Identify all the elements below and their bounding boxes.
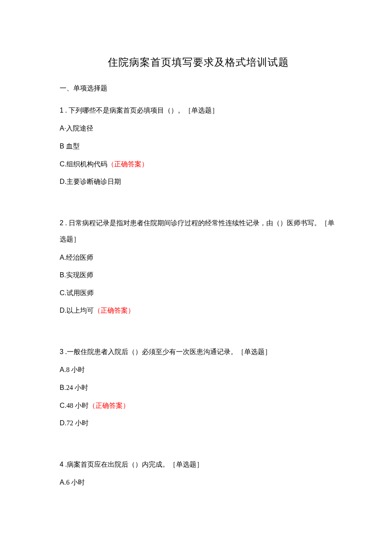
option-item: B 血型 xyxy=(60,141,337,152)
question-number: 4 xyxy=(60,461,63,468)
option-item: C.组织机构代码（正确答案） xyxy=(60,159,337,170)
question-body: . 下列哪些不是病案首页必填项目（）。［单选题］ xyxy=(63,107,219,114)
option-label: B. xyxy=(60,384,66,391)
option-label: C. xyxy=(60,160,66,168)
questions-container: 1 . 下列哪些不是病案首页必填项目（）。［单选题］A·入院途径B 血型C.组织… xyxy=(60,102,337,488)
option-label: C. xyxy=(60,289,66,296)
option-item: A.经治医师 xyxy=(60,252,337,263)
document-title: 住院病案首页填写要求及格式培训试题 xyxy=(60,55,337,69)
option-label: A. xyxy=(60,366,66,373)
option-item: C.试用医师 xyxy=(60,288,337,299)
option-item: A·入院途径 xyxy=(60,123,337,134)
question-text: 4 .病案首页应在出院后（）内完成。［单选题］ xyxy=(60,456,337,473)
option-label: D. xyxy=(60,178,66,185)
correct-answer-marker: （正确答案） xyxy=(107,160,148,168)
option-text: 以上均可 xyxy=(66,307,94,314)
option-item: D.主要诊断确诊日期 xyxy=(60,176,337,187)
question-number: 2 xyxy=(60,219,63,227)
option-text: 主要诊断确诊日期 xyxy=(66,178,121,185)
question-body: . 日常病程记录是指对患者住院期间诊疗过程的经常性连续性记录，由（）医师书写。［… xyxy=(60,219,334,243)
question-block: 2 . 日常病程记录是指对患者住院期间诊疗过程的经常性连续性记录，由（）医师书写… xyxy=(60,215,337,316)
option-item: C.48 小时（正确答案） xyxy=(60,400,337,411)
question-text: 1 . 下列哪些不是病案首页必填项目（）。［单选题］ xyxy=(60,102,337,119)
option-label: B xyxy=(60,142,66,150)
option-text: 试用医师 xyxy=(66,289,94,296)
option-label: D. xyxy=(60,307,66,314)
question-block: 3 .一般住院患者入院后（）必须至少有一次医患沟通记录。［单选题］A.8 小时B… xyxy=(60,344,337,429)
option-label: B. xyxy=(60,271,66,279)
option-item: D.以上均可（正确答案） xyxy=(60,305,337,316)
option-text: 6 小时 xyxy=(66,479,85,486)
question-block: 1 . 下列哪些不是病案首页必填项目（）。［单选题］A·入院途径B 血型C.组织… xyxy=(60,102,337,187)
option-label: C. xyxy=(60,402,66,409)
option-label: A. xyxy=(60,254,66,261)
section-header: 一、单项选择题 xyxy=(60,84,337,93)
option-item: B.实现医师 xyxy=(60,270,337,281)
option-text: 24 小时 xyxy=(66,384,88,391)
option-item: A.6 小时 xyxy=(60,477,337,488)
option-text: 组织机构代码 xyxy=(66,160,107,168)
option-item: A.8 小时 xyxy=(60,364,337,375)
option-text: 72 小时 xyxy=(66,419,89,427)
option-label: A· xyxy=(60,125,66,132)
question-number: 1 xyxy=(60,107,63,114)
option-text: 血型 xyxy=(66,142,80,150)
question-text: 2 . 日常病程记录是指对患者住院期间诊疗过程的经常性连续性记录，由（）医师书写… xyxy=(60,215,337,248)
question-body: .病案首页应在出院后（）内完成。［单选题］ xyxy=(63,461,203,468)
option-text: 48 小时 xyxy=(66,402,89,409)
option-item: B.24 小时 xyxy=(60,382,337,393)
correct-answer-marker: （正确答案） xyxy=(94,307,135,314)
option-text: 实现医师 xyxy=(66,271,93,279)
correct-answer-marker: （正确答案） xyxy=(89,402,130,409)
question-block: 4 .病案首页应在出院后（）内完成。［单选题］A.6 小时 xyxy=(60,456,337,488)
question-body: .一般住院患者入院后（）必须至少有一次医患沟通记录。［单选题］ xyxy=(63,348,271,355)
option-label: D. xyxy=(60,419,66,427)
question-text: 3 .一般住院患者入院后（）必须至少有一次医患沟通记录。［单选题］ xyxy=(60,344,337,360)
option-text: 经治医师 xyxy=(66,254,93,261)
option-item: D.72 小时 xyxy=(60,418,337,429)
option-text: 8 小时 xyxy=(66,366,85,373)
question-number: 3 xyxy=(60,348,63,355)
option-text: 入院途径 xyxy=(66,125,93,132)
option-label: A. xyxy=(60,479,66,486)
